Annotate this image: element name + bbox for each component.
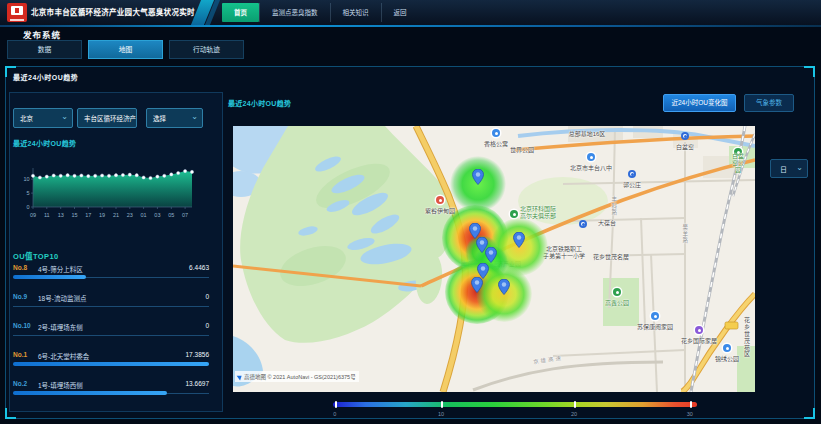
progress-bar [13,391,167,395]
scale-tick-label: 20 [571,411,577,417]
svg-text:5: 5 [26,190,29,196]
ou-change-chart-button[interactable]: 近24小时OU变化图 [663,94,736,112]
svg-text:03: 03 [154,212,160,218]
poi-marker-icon [510,210,518,218]
nav-item-knowledge[interactable]: 相关知识 [330,3,381,22]
chevron-down-icon: ⌄ [191,108,198,127]
svg-text:05: 05 [168,212,174,218]
map-label-fengtai-no8-school: 北京市丰台八中 [570,165,612,172]
wetland-park-area [240,126,449,343]
poi-marker-icon [613,288,621,296]
ou-value: 6.4463 [189,264,209,271]
poi-marker-icon [651,312,659,320]
rank-label: No.10 [13,322,31,329]
ou-value: 0 [205,293,209,300]
scale-tick-mark [335,401,337,408]
poi-marker-icon [695,326,703,334]
nav-item-home[interactable]: 首页 [222,3,259,22]
map-label-baipenyao-station: 白盆窑 [676,144,694,151]
svg-text:01: 01 [141,212,147,218]
scale-tick-mark [574,401,576,408]
map-section-label: 最近24小时OU趋势 [228,98,291,108]
ou-top10-list: No.84号-筛分上料区6.4463No.918号-流动监测点0No.102号-… [13,261,209,406]
metro-station-icon [628,170,636,178]
weather-params-button[interactable]: 气象参数 [744,94,794,112]
rank-label: No.2 [13,380,27,387]
panel-title: 最近24小时OU趋势 [13,72,78,82]
map-label-jinxiu-park: 锦绣公园 [715,356,739,363]
filter-city-select[interactable]: 北京⌄ [13,108,73,128]
ranking-row-no2[interactable]: No.21号-填埋场西侧13.6697 [13,377,209,406]
time-granularity-select[interactable]: 日 ⌄ [770,159,808,178]
tab-map[interactable]: 地图 [88,40,163,59]
poi-marker-icon [492,129,500,137]
svg-text:19: 19 [99,212,105,218]
ou-value: 0 [205,322,209,329]
svg-text:11: 11 [44,212,50,218]
tab-trajectory[interactable]: 行动轨迹 [169,40,244,59]
filter-station-select[interactable]: 选择⌄ [146,108,203,128]
amap-logo-icon [237,373,244,380]
map-label-gaoxin-park: 高鑫公园 [605,300,629,307]
svg-text:17: 17 [85,212,91,218]
station-name: 2号-填埋场东侧 [38,322,83,332]
map-label-kangyue-homes: 苏保康阅家园 [637,324,673,331]
ou-value: 17.3856 [186,351,210,358]
map-pin-icon[interactable] [472,169,484,189]
chevron-down-icon: ⌄ [61,108,68,127]
station-name: 4号-筛分上料区 [38,264,83,274]
svg-text:21: 21 [113,212,119,218]
map-label-dabaotai-station: 大葆台 [598,220,616,227]
chevron-down-icon: ⌄ [796,158,803,177]
map-pin-icon[interactable] [498,279,510,299]
ranking-row-no10[interactable]: No.102号-填埋场东侧0 [13,319,209,348]
panel-corner-accent [804,66,815,77]
main-nav: 首页监测点恶臭指数相关知识返回 [222,3,419,22]
svg-text:10: 10 [23,176,29,182]
header-divider-line [0,25,821,27]
map-label-railway-school: 北京铁路职工 子弟第十一小学 [543,246,585,260]
nav-item-station-odor-index[interactable]: 监测点恶臭指数 [259,3,330,22]
trend-chart-label: 最近24小时OU趋势 [13,138,76,148]
map-label-golf-club: 北京环科国际 高尔夫俱乐部 [520,206,556,220]
panel-corner-accent [804,408,815,419]
poi-marker-icon [587,153,595,161]
map-label-fengke-road: 丰科路 [611,196,617,216]
top-header-bar: 北京市丰台区循环经济产业园大气恶臭状况实时 首页监测点恶臭指数相关知识返回 [0,0,821,25]
scale-tick-label: 0 [333,411,336,417]
ou-top10-title: OU值TOP10 [13,250,59,261]
map-pin-icon[interactable] [513,232,525,252]
time-granularity-value: 日 [780,166,787,173]
filter-park-select[interactable]: 丰台区循环经济产⌄ [77,108,137,128]
orange-road-north [515,136,755,150]
map-label-world-park: 世界公园 [510,147,534,154]
svg-text:13: 13 [58,212,64,218]
progress-bar [13,275,86,279]
scale-tick-mark [690,401,692,408]
ranking-row-no8[interactable]: No.84号-筛分上料区6.4463 [13,261,209,290]
metro-station-icon [681,132,689,140]
heat-color-scale: 0102030 [333,402,697,407]
nav-item-back[interactable]: 返回 [381,3,419,22]
rank-label: No.1 [13,351,27,358]
tab-data[interactable]: 数据 [7,40,82,59]
page-title: 北京市丰台区循环经济产业园大气恶臭状况实时 [31,0,195,25]
progress-bar [13,362,209,366]
ranking-row-no1[interactable]: No.16号-北天堂村委会17.3856 [13,348,209,377]
ranking-row-no9[interactable]: No.918号-流动监测点0 [13,290,209,319]
ou-value: 13.6697 [186,380,210,387]
chevron-down-icon: ⌄ [125,108,132,127]
app-logo-icon [7,3,27,22]
scale-tick-label: 10 [438,411,444,417]
view-tabs: 数据地图行动轨迹 [7,40,244,59]
map-label-xiangge-apartment: 香格公寓 [484,141,508,148]
poi-marker-icon [436,196,444,204]
filter-city-value: 北京 [20,115,33,122]
map-attribution-text: 高德地图 © 2021 AutoNavi - GS(2021)6375号 [244,373,356,381]
map-canvas[interactable]: 香格公寓总部基地16区世界公园白盆窑白盆窑公园北京市丰台八中郭公庄北京环科国际 … [233,126,755,392]
system-label: 发布系统 [23,28,61,40]
map-pin-icon[interactable] [471,277,483,297]
rank-label: No.9 [13,293,27,300]
map-label-baipenyao-park: 白盆窑公园 [730,153,747,174]
road-number-badge [725,322,738,329]
